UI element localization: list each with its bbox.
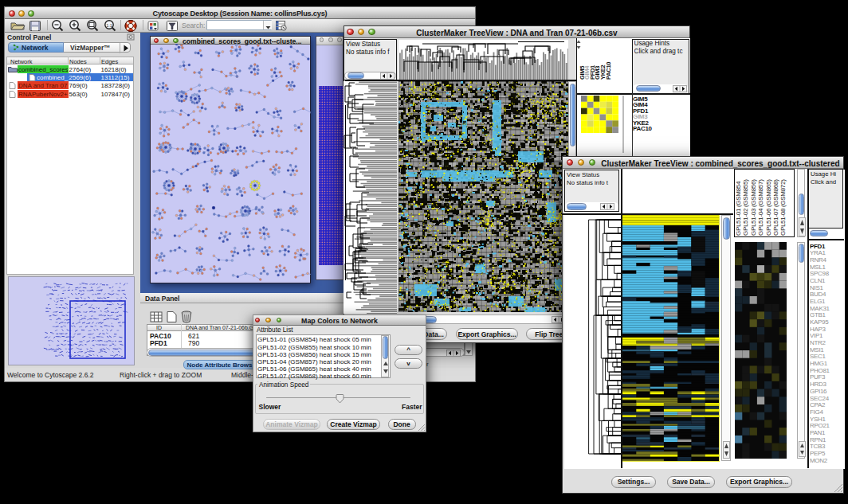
svg-text:1:1: 1:1 (106, 23, 112, 28)
